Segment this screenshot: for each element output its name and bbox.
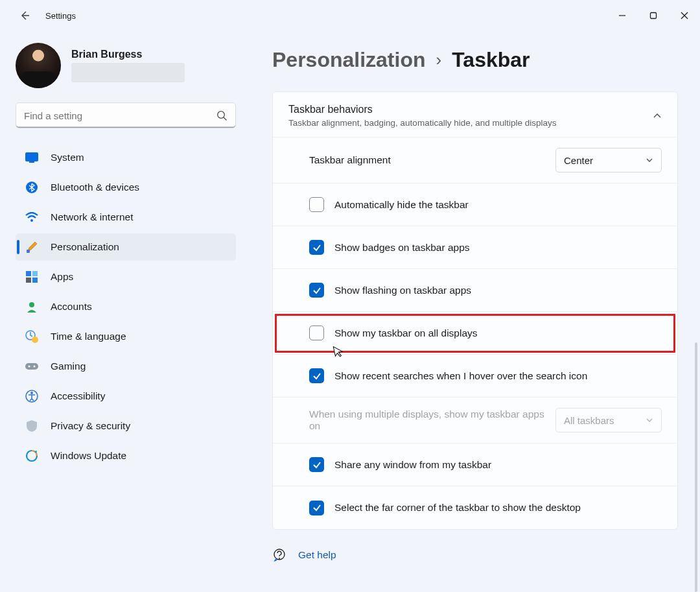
profile-name: Brian Burgess — [71, 49, 185, 60]
nav: System Bluetooth & devices Network & int… — [16, 144, 236, 469]
nav-label: Accounts — [51, 301, 92, 313]
person-icon — [25, 300, 39, 314]
sidebar: Brian Burgess System Bluetooth & devices… — [0, 31, 246, 592]
row-far-corner[interactable]: Select the far corner of the taskbar to … — [273, 486, 677, 529]
help-icon — [272, 548, 286, 562]
nav-label: Apps — [51, 271, 73, 283]
dropdown-value: All taskbars — [564, 415, 614, 426]
row-flashing[interactable]: Show flashing on taskbar apps — [273, 269, 677, 312]
checkbox-share-window[interactable] — [309, 457, 324, 472]
svg-rect-18 — [25, 363, 38, 370]
apps-icon — [25, 270, 39, 284]
svg-rect-13 — [26, 278, 31, 283]
svg-rect-10 — [27, 250, 30, 253]
nav-time-language[interactable]: Time & language — [16, 323, 236, 350]
close-button[interactable] — [669, 3, 700, 29]
shield-icon — [25, 419, 39, 433]
scrollbar[interactable] — [695, 342, 697, 592]
checkbox-badges[interactable] — [309, 240, 324, 255]
svg-point-17 — [32, 337, 38, 343]
dropdown-value: Center — [564, 155, 593, 166]
chevron-up-icon — [653, 112, 662, 121]
paintbrush-icon — [25, 240, 39, 254]
bluetooth-icon — [25, 180, 39, 195]
checkbox-auto-hide[interactable] — [309, 197, 324, 212]
nav-label: Accessibility — [51, 390, 105, 402]
row-multi-display-apps: When using multiple displays, show my ta… — [273, 397, 677, 444]
svg-point-20 — [34, 366, 36, 368]
row-label: Select the far corner of the taskbar to … — [334, 502, 662, 514]
nav-network[interactable]: Network & internet — [16, 204, 236, 231]
row-label: When using multiple displays, show my ta… — [309, 408, 555, 432]
content: Personalization › Taskbar Taskbar behavi… — [246, 31, 700, 592]
row-auto-hide[interactable]: Automatically hide the taskbar — [273, 184, 677, 226]
nav-gaming[interactable]: Gaming — [16, 353, 236, 380]
multi-display-dropdown: All taskbars — [555, 408, 662, 432]
breadcrumb: Personalization › Taskbar — [272, 48, 678, 72]
svg-rect-12 — [32, 271, 38, 276]
window-controls — [607, 3, 700, 29]
nav-label: Privacy & security — [51, 420, 130, 432]
row-badges[interactable]: Show badges on taskbar apps — [273, 226, 677, 269]
nav-privacy[interactable]: Privacy & security — [16, 412, 236, 440]
chevron-right-icon: › — [436, 50, 442, 70]
svg-rect-1 — [651, 13, 657, 19]
back-button[interactable] — [12, 3, 38, 29]
titlebar: Settings — [0, 0, 700, 31]
nav-label: Personalization — [51, 241, 119, 253]
chevron-down-icon — [646, 416, 653, 424]
nav-personalization[interactable]: Personalization — [16, 233, 236, 261]
row-label: Show badges on taskbar apps — [334, 242, 662, 254]
svg-rect-14 — [32, 278, 38, 283]
svg-point-15 — [29, 302, 34, 307]
nav-apps[interactable]: Apps — [16, 263, 236, 290]
breadcrumb-parent[interactable]: Personalization — [272, 48, 426, 72]
breadcrumb-current: Taskbar — [452, 48, 530, 72]
chevron-down-icon — [646, 156, 653, 164]
row-share-window[interactable]: Share any window from my taskbar — [273, 444, 677, 486]
nav-accounts[interactable]: Accounts — [16, 293, 236, 320]
nav-system[interactable]: System — [16, 144, 236, 171]
nav-label: Bluetooth & devices — [51, 182, 139, 193]
card-title: Taskbar behaviors — [288, 104, 653, 115]
behaviors-header[interactable]: Taskbar behaviors Taskbar alignment, bad… — [273, 92, 677, 137]
checkbox-far-corner[interactable] — [309, 501, 324, 515]
nav-label: Time & language — [51, 331, 126, 342]
nav-label: Windows Update — [51, 450, 126, 462]
svg-rect-7 — [29, 161, 34, 163]
svg-point-19 — [29, 366, 30, 368]
nav-bluetooth[interactable]: Bluetooth & devices — [16, 174, 236, 201]
nav-windows-update[interactable]: Windows Update — [16, 442, 236, 469]
alignment-dropdown[interactable]: Center — [555, 148, 662, 172]
clock-globe-icon — [25, 329, 39, 344]
search-input[interactable] — [24, 110, 216, 121]
svg-point-25 — [279, 558, 280, 559]
checkbox-recent-searches[interactable] — [309, 368, 324, 383]
minimize-button[interactable] — [607, 3, 638, 29]
maximize-button[interactable] — [638, 3, 669, 29]
checkbox-all-displays[interactable] — [309, 326, 324, 340]
row-label: Show recent searches when I hover over t… — [334, 370, 662, 382]
accessibility-icon — [25, 389, 39, 403]
checkbox-flashing[interactable] — [309, 283, 324, 298]
nav-accessibility[interactable]: Accessibility — [16, 383, 236, 410]
card-subtitle: Taskbar alignment, badging, automaticall… — [288, 118, 653, 128]
row-label: Automatically hide the taskbar — [334, 199, 662, 211]
update-icon — [25, 449, 39, 463]
help-row: Get help — [272, 530, 678, 562]
profile-area[interactable]: Brian Burgess — [16, 43, 236, 88]
avatar — [16, 43, 61, 88]
row-recent-searches[interactable]: Show recent searches when I hover over t… — [273, 355, 677, 397]
profile-email-redacted — [71, 63, 185, 82]
svg-point-9 — [30, 219, 33, 222]
svg-point-4 — [218, 111, 225, 118]
search-icon — [216, 110, 228, 121]
search-box[interactable] — [16, 102, 236, 128]
row-alignment: Taskbar alignment Center — [273, 137, 677, 184]
get-help-link[interactable]: Get help — [298, 549, 336, 561]
row-label: Share any window from my taskbar — [334, 459, 662, 471]
row-label: Show flashing on taskbar apps — [334, 285, 662, 296]
taskbar-behaviors-card: Taskbar behaviors Taskbar alignment, bad… — [272, 91, 678, 530]
row-label: Show my taskbar on all displays — [334, 327, 662, 339]
svg-rect-11 — [26, 271, 31, 276]
